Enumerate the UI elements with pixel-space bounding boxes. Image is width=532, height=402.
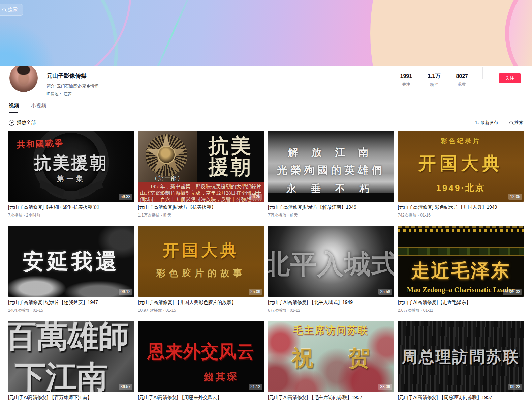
search-icon xyxy=(509,121,513,124)
gate-ornament xyxy=(398,226,524,228)
follow-button[interactable]: 关注 xyxy=(499,73,521,83)
video-card[interactable]: 共和國戰爭 抗美援朝 第一集 59:33 [元山子高清修复]【共和国战争-抗美援… xyxy=(8,131,134,218)
thumb-text: 毛主席访问苏联 xyxy=(268,324,394,337)
duration-badge: 59:33 xyxy=(119,194,132,200)
duration-badge: 09:23 xyxy=(508,384,522,390)
video-thumbnail[interactable]: 彩色纪录片 开国大典 1949·北京 12:05 xyxy=(398,131,524,202)
video-meta: 7万次播放 · 前天 xyxy=(268,212,394,218)
thumb-text: 开国大典 xyxy=(398,152,524,175)
video-thumbnail[interactable]: 百萬雄師 下江南 36:57 xyxy=(8,321,134,392)
video-meta: 2404次播放 · 01-15 xyxy=(8,308,134,313)
video-card[interactable]: 恩来外交风云 錢其琛 21:12 [元山子AI高清修复] 【周恩来外交风云】 4… xyxy=(138,321,264,402)
video-card[interactable]: （第一部） 抗美 援朝 1951年，新中國第一部反映抗美援朝的大型紀錄片 由北京… xyxy=(138,131,264,218)
video-card[interactable]: 毛主席访问苏联 祝 贺 33:09 [元山子AI高清修复] 【毛主席访问苏联】1… xyxy=(268,321,394,402)
top-search-button[interactable]: 搜索 xyxy=(0,4,23,16)
thumb-text: 個城市二百六十五個影院同時放映，反響十分強烈…… xyxy=(140,196,262,202)
search-icon xyxy=(2,8,6,11)
thumb-text: 1949·北京 xyxy=(398,182,524,194)
thumb-text: 安延我還 xyxy=(8,247,134,276)
video-title[interactable]: [元山子高清修复] 纪录片【还我延安】1947 xyxy=(8,299,134,306)
tab-short-videos[interactable]: 小视频 xyxy=(31,103,46,113)
thumb-text: 周总理訪問苏联 xyxy=(398,347,524,368)
video-meta: 6万次播放 · 01-12 xyxy=(268,308,394,313)
thumb-text: 1951年，新中國第一部反映抗美援朝的大型紀錄片 xyxy=(140,183,262,190)
stat-likes[interactable]: 8027 获赞 xyxy=(456,73,468,87)
video-title[interactable]: [元山子AI高清修复] 【周总理访问苏联】1957 xyxy=(398,395,524,401)
duration-badge: 56:25 xyxy=(249,194,262,200)
thumb-text: 由北京電影制片廠攝制完成，當年12月28日在全國四十 xyxy=(140,190,262,196)
video-thumbnail[interactable]: 开国大典 彩色胶片的故事 25:09 xyxy=(138,226,264,297)
top-search-label: 搜索 xyxy=(8,7,18,13)
thumb-text: 彩色胶片的故事 xyxy=(138,267,264,279)
sort-button[interactable]: 1↓ 最新发布 xyxy=(475,120,498,126)
thumb-text: 第一集 xyxy=(8,174,134,183)
video-title[interactable]: [元山子高清修复]纪录片【抗美援朝】 xyxy=(138,204,264,210)
list-search-button[interactable]: 搜索 xyxy=(509,120,523,126)
video-title[interactable]: [元山子高清修复]【共和国战争-抗美援朝①】 xyxy=(8,204,134,210)
stat-followers[interactable]: 1.1万 粉丝 xyxy=(428,73,440,88)
stats-divider xyxy=(482,67,483,79)
gate-ornament xyxy=(398,229,524,232)
thumb-text: 解 放 江 南 xyxy=(268,146,394,160)
list-toolbar: 播放全部 1↓ 最新发布 搜索 xyxy=(0,120,532,126)
play-all-button[interactable]: 播放全部 xyxy=(9,120,36,126)
thumb-text: 援朝 xyxy=(209,157,253,177)
thumb-text: 彩色纪录片 xyxy=(398,137,524,145)
thumb-text: 走近毛泽东 xyxy=(398,258,524,283)
banner-corner-shape xyxy=(505,0,532,66)
video-card[interactable]: 安延我還 09:12 [元山子高清修复] 纪录片【还我延安】1947 2404次… xyxy=(8,226,134,313)
play-circle-icon xyxy=(9,120,14,126)
video-meta: 1.1万次播放 · 昨天 xyxy=(138,212,264,218)
video-thumbnail[interactable]: 周总理訪問苏联 09:23 xyxy=(398,321,524,392)
video-title[interactable]: [元山子高清修复]纪录片【解放江南】1949 xyxy=(268,204,394,210)
thumb-text: 錢其琛 xyxy=(204,370,239,384)
duration-badge: 36:57 xyxy=(119,384,132,390)
tab-bar: 视频 小视频 xyxy=(0,103,532,113)
avatar[interactable] xyxy=(9,64,38,92)
duration-badge: 25:58 xyxy=(378,289,392,295)
banner-streak xyxy=(150,0,192,66)
thumb-text: 祝 贺 xyxy=(268,343,394,373)
thumb-text: 下江南 xyxy=(15,356,108,392)
thumb-text: 光榮殉國的英雄們 xyxy=(268,163,394,177)
video-card[interactable]: 开国大典 彩色胶片的故事 25:09 [元山子高清修复] 【开国大典彩色胶片的故… xyxy=(138,226,264,313)
video-thumbnail[interactable]: 走近毛泽东 Mao Zedong–a Charismatic Leader 01… xyxy=(398,226,524,297)
video-card[interactable]: 百萬雄師 下江南 36:57 [元山子AI高清修复] 【百万雄师下江南】 688… xyxy=(8,321,134,402)
video-thumbnail[interactable]: 安延我還 09:12 xyxy=(8,226,134,297)
video-meta: 2.6万次播放 · 01-11 xyxy=(398,308,524,313)
sort-icon: 1↓ xyxy=(475,120,479,125)
channel-name: 元山子影像传媒 xyxy=(46,72,98,80)
thumb-text: 共和國戰爭 xyxy=(17,138,64,150)
video-title[interactable]: [元山子AI高清修复] 【百万雄师下江南】 xyxy=(8,395,134,401)
video-meta: 10.9万次播放 · 01-15 xyxy=(138,308,264,313)
video-card[interactable]: 解 放 江 南 光榮殉國的英雄們 永 垂 不 朽 52:49 [元山子高清修复]… xyxy=(268,131,394,218)
stats-group: 1991 关注 1.1万 粉丝 8027 获赞 xyxy=(393,67,476,88)
duration-badge: 52:49 xyxy=(378,194,392,200)
stat-following[interactable]: 1991 关注 xyxy=(400,73,412,87)
thumb-text: 抗美援朝 xyxy=(8,152,134,174)
thumb-text: 恩来外交风云 xyxy=(138,340,264,364)
video-thumbnail[interactable]: 共和國戰爭 抗美援朝 第一集 59:33 xyxy=(8,131,134,202)
video-title[interactable]: [元山子高清修复] 彩色纪录片【开国大典】1949 xyxy=(398,204,524,210)
video-title[interactable]: [元山子高清修复] 【开国大典彩色胶片的故事】 xyxy=(138,299,264,306)
video-title[interactable]: [元山子AI高清修复]【走近毛泽东】 xyxy=(398,299,524,306)
duration-badge: 12:05 xyxy=(508,194,522,200)
video-thumbnail[interactable]: （第一部） 抗美 援朝 1951年，新中國第一部反映抗美援朝的大型紀錄片 由北京… xyxy=(138,131,264,202)
channel-intro: 简介: 玉门石油历史/家乡情怀 xyxy=(46,83,98,89)
video-card[interactable]: 走近毛泽东 Mao Zedong–a Charismatic Leader 01… xyxy=(398,226,524,313)
video-meta: 7次播放 · 2小时前 xyxy=(8,212,134,218)
video-title[interactable]: [元山子AI高清修复] 【毛主席访问苏联】1957 xyxy=(268,395,394,401)
thumb-text: 北平入城式 xyxy=(268,247,394,282)
tab-videos[interactable]: 视频 xyxy=(9,103,19,113)
video-title[interactable]: [元山子AI高清修复] 【周恩来外交风云】 xyxy=(138,395,264,401)
video-thumbnail[interactable]: 北平入城式 25:58 xyxy=(268,226,394,297)
video-thumbnail[interactable]: 恩来外交风云 錢其琛 21:12 xyxy=(138,321,264,392)
video-thumbnail[interactable]: 解 放 江 南 光榮殉國的英雄們 永 垂 不 朽 52:49 xyxy=(268,131,394,202)
video-card[interactable]: 北平入城式 25:58 [元山子AI高清修复] 【北平入城式】1949 6万次播… xyxy=(268,226,394,313)
video-meta: 742次播放 · 01-16 xyxy=(398,212,524,218)
channel-page: 搜索 元山子影像传媒 简介: 玉门石油历史/家乡情怀 IP属地： 江苏 1991… xyxy=(0,0,532,402)
video-card[interactable]: 彩色纪录片 开国大典 1949·北京 12:05 [元山子高清修复] 彩色纪录片… xyxy=(398,131,524,218)
video-title[interactable]: [元山子AI高清修复] 【北平入城式】1949 xyxy=(268,299,394,306)
video-card[interactable]: 周总理訪問苏联 09:23 [元山子AI高清修复] 【周总理访问苏联】1957 … xyxy=(398,321,524,402)
video-thumbnail[interactable]: 毛主席访问苏联 祝 贺 33:09 xyxy=(268,321,394,392)
